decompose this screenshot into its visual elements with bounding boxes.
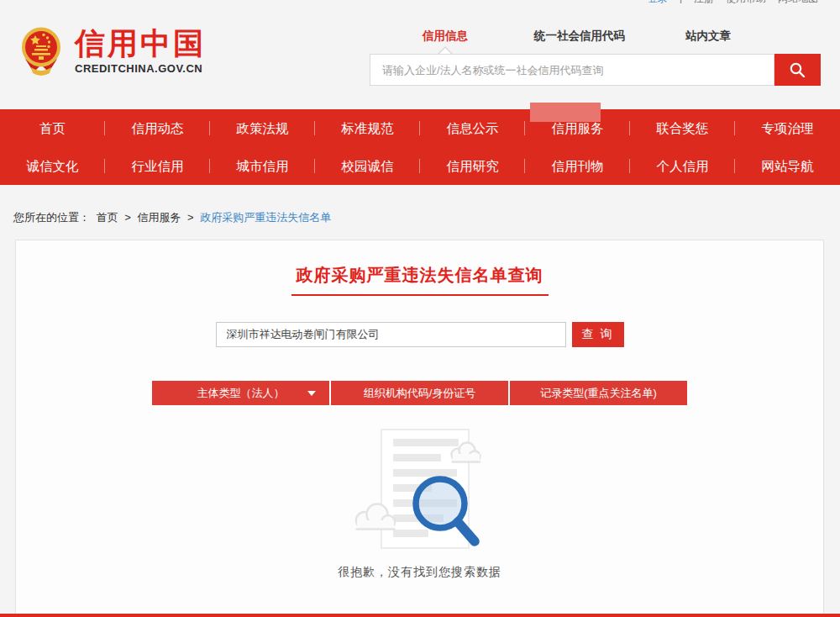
nav-item-info-disclosure[interactable]: 信息公示 <box>420 109 525 147</box>
search-icon <box>789 61 806 79</box>
header-search-bar <box>370 54 821 86</box>
query-input[interactable] <box>216 322 566 347</box>
brand-title: 信用中国 <box>75 28 206 60</box>
nav-item-personal-credit[interactable]: 个人信用 <box>630 147 735 185</box>
nav-item-site-navigation[interactable]: 网站导航 <box>735 147 840 185</box>
brand-domain: CREDITCHINA.GOV.CN <box>75 62 206 75</box>
tab-unified-social-credit-code[interactable]: 统一社会信用代码 <box>534 29 625 44</box>
column-org-code-id: 组织机构代码/身份证号 <box>331 381 508 405</box>
main-navigation: 首页 信用动态 政策法规 标准规范 信息公示 信用服务 联合奖惩 专项治理 诚信… <box>0 109 840 185</box>
footer-top-strip <box>0 614 840 617</box>
no-results-icon <box>346 425 493 553</box>
nav-row-2: 诚信文化 行业信用 城市信用 校园诚信 信用研究 信用刊物 个人信用 网站导航 <box>0 147 840 185</box>
login-link[interactable]: 登录 <box>648 0 668 6</box>
register-link[interactable]: 注册 <box>694 0 714 6</box>
nav-item-standards[interactable]: 标准规范 <box>315 109 420 147</box>
nav-item-joint-rewards-punishments[interactable]: 联合奖惩 <box>630 109 735 147</box>
tab-credit-info[interactable]: 信用信息 <box>423 29 468 44</box>
nav-item-special-governance[interactable]: 专项治理 <box>735 109 840 147</box>
tab-site-articles[interactable]: 站内文章 <box>685 29 731 44</box>
sitemap-link[interactable]: 网站地图 <box>778 0 818 6</box>
site-logo[interactable]: 信用中国 CREDITCHINA.GOV.CN <box>17 25 206 77</box>
nav-item-policies[interactable]: 政策法规 <box>210 109 315 147</box>
column-record-type: 记录类型(重点关注名单) <box>510 381 687 405</box>
search-tabs: 信用信息 统一社会信用代码 站内文章 <box>370 29 731 44</box>
page-title: 政府采购严重违法失信名单查询 <box>291 264 549 296</box>
nav-item-credit-news[interactable]: 信用动态 <box>105 109 210 147</box>
breadcrumb-separator: > <box>187 211 194 224</box>
header-search-input[interactable] <box>370 54 774 86</box>
breadcrumb-separator: > <box>124 211 131 224</box>
nav-item-city-credit[interactable]: 城市信用 <box>210 147 315 185</box>
nav-row-1: 首页 信用动态 政策法规 标准规范 信息公示 信用服务 联合奖惩 专项治理 <box>0 109 840 147</box>
chevron-down-icon <box>307 391 316 396</box>
breadcrumb-prefix: 您所在的位置： <box>13 211 90 224</box>
query-button[interactable]: 查 询 <box>572 322 624 347</box>
breadcrumb: 您所在的位置： 首页 > 信用服务 > 政府采购严重违法失信名单 <box>13 210 334 225</box>
site-header: 信用中国 CREDITCHINA.GOV.CN 信用信息 统一社会信用代码 站内… <box>0 0 840 109</box>
nav-item-credit-research[interactable]: 信用研究 <box>420 147 525 185</box>
top-links-separator: | <box>680 0 682 6</box>
breadcrumb-home[interactable]: 首页 <box>97 211 118 224</box>
breadcrumb-credit-services[interactable]: 信用服务 <box>137 211 181 224</box>
nav-item-industry-credit[interactable]: 行业信用 <box>105 147 210 185</box>
nav-item-campus-integrity[interactable]: 校园诚信 <box>315 147 420 185</box>
help-link[interactable]: 使用帮助 <box>726 0 766 6</box>
header-search-button[interactable] <box>774 54 821 86</box>
query-panel: 政府采购严重违法失信名单查询 查 询 主体类型（法人） 组织机构代码/身份证号 … <box>15 240 824 614</box>
top-utility-links: 登录 | 注册 使用帮助 网站地图 <box>648 0 818 6</box>
nav-item-credit-services[interactable]: 信用服务 <box>525 109 630 147</box>
breadcrumb-current-page[interactable]: 政府采购严重违法失信名单 <box>200 211 331 224</box>
empty-state-illustration <box>16 425 823 556</box>
column-subject-type-dropdown[interactable]: 主体类型（法人） <box>152 381 329 405</box>
query-row: 查 询 <box>16 322 823 347</box>
active-tab-caret-inner <box>439 48 451 54</box>
nav-item-credit-publications[interactable]: 信用刊物 <box>525 147 630 185</box>
result-column-headers: 主体类型（法人） 组织机构代码/身份证号 记录类型(重点关注名单) <box>16 381 823 405</box>
nav-item-integrity-culture[interactable]: 诚信文化 <box>0 147 105 185</box>
national-emblem-icon <box>17 25 66 77</box>
nav-item-home[interactable]: 首页 <box>0 109 105 147</box>
empty-result-message: 很抱歉，没有找到您搜索数据 <box>16 565 823 580</box>
